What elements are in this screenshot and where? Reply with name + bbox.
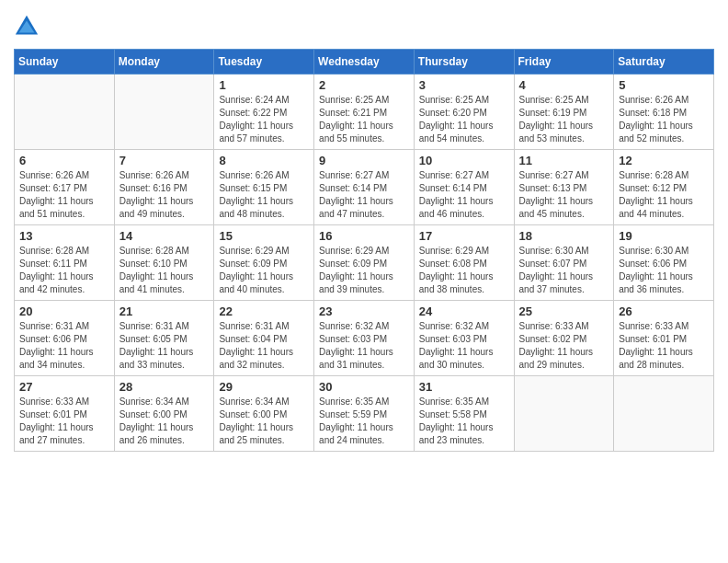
day-number: 1	[219, 78, 309, 92]
day-number: 3	[419, 78, 509, 92]
day-info: Sunrise: 6:32 AM Sunset: 6:03 PM Dayligh…	[419, 320, 509, 372]
day-cell: 27Sunrise: 6:33 AM Sunset: 6:01 PM Dayli…	[15, 376, 115, 452]
day-info: Sunrise: 6:29 AM Sunset: 6:09 PM Dayligh…	[219, 245, 309, 296]
week-row-2: 13Sunrise: 6:28 AM Sunset: 6:11 PM Dayli…	[15, 225, 714, 301]
day-number: 24	[419, 304, 509, 318]
day-info: Sunrise: 6:26 AM Sunset: 6:17 PM Dayligh…	[19, 169, 109, 221]
day-number: 19	[619, 229, 709, 243]
day-cell	[114, 75, 214, 150]
week-row-4: 27Sunrise: 6:33 AM Sunset: 6:01 PM Dayli…	[15, 376, 714, 452]
day-number: 5	[619, 78, 709, 92]
day-cell: 12Sunrise: 6:28 AM Sunset: 6:12 PM Dayli…	[614, 150, 714, 225]
day-cell: 30Sunrise: 6:35 AM Sunset: 5:59 PM Dayli…	[314, 376, 415, 452]
day-info: Sunrise: 6:26 AM Sunset: 6:16 PM Dayligh…	[119, 169, 210, 221]
day-cell: 2Sunrise: 6:25 AM Sunset: 6:21 PM Daylig…	[314, 75, 415, 150]
day-cell: 31Sunrise: 6:35 AM Sunset: 5:58 PM Dayli…	[414, 376, 514, 452]
day-cell: 16Sunrise: 6:29 AM Sunset: 6:09 PM Dayli…	[314, 225, 415, 301]
day-cell: 6Sunrise: 6:26 AM Sunset: 6:17 PM Daylig…	[15, 150, 115, 225]
day-cell: 1Sunrise: 6:24 AM Sunset: 6:22 PM Daylig…	[214, 75, 314, 150]
day-cell: 24Sunrise: 6:32 AM Sunset: 6:03 PM Dayli…	[414, 301, 514, 376]
day-info: Sunrise: 6:31 AM Sunset: 6:05 PM Dayligh…	[119, 320, 210, 372]
calendar-body: 1Sunrise: 6:24 AM Sunset: 6:22 PM Daylig…	[15, 75, 714, 452]
day-info: Sunrise: 6:28 AM Sunset: 6:11 PM Dayligh…	[19, 245, 109, 296]
day-cell: 14Sunrise: 6:28 AM Sunset: 6:10 PM Dayli…	[114, 225, 214, 301]
day-cell: 29Sunrise: 6:34 AM Sunset: 6:00 PM Dayli…	[214, 376, 314, 452]
day-cell	[15, 75, 115, 150]
day-number: 10	[419, 154, 509, 167]
day-info: Sunrise: 6:27 AM Sunset: 6:14 PM Dayligh…	[319, 169, 409, 221]
day-info: Sunrise: 6:26 AM Sunset: 6:18 PM Dayligh…	[619, 94, 709, 145]
day-info: Sunrise: 6:31 AM Sunset: 6:04 PM Dayligh…	[219, 320, 309, 372]
day-number: 13	[19, 229, 109, 243]
header-cell-thursday: Thursday	[414, 50, 514, 75]
day-cell	[614, 376, 714, 452]
day-info: Sunrise: 6:33 AM Sunset: 6:02 PM Dayligh…	[519, 320, 609, 372]
day-cell: 8Sunrise: 6:26 AM Sunset: 6:15 PM Daylig…	[214, 150, 314, 225]
header-cell-sunday: Sunday	[15, 50, 115, 75]
day-number: 15	[219, 229, 309, 243]
week-row-3: 20Sunrise: 6:31 AM Sunset: 6:06 PM Dayli…	[15, 301, 714, 376]
day-info: Sunrise: 6:28 AM Sunset: 6:12 PM Dayligh…	[619, 169, 709, 221]
day-info: Sunrise: 6:33 AM Sunset: 6:01 PM Dayligh…	[19, 396, 109, 447]
calendar-header: SundayMondayTuesdayWednesdayThursdayFrid…	[15, 50, 714, 75]
day-info: Sunrise: 6:31 AM Sunset: 6:06 PM Dayligh…	[19, 320, 109, 372]
day-cell: 3Sunrise: 6:25 AM Sunset: 6:20 PM Daylig…	[414, 75, 514, 150]
day-cell: 17Sunrise: 6:29 AM Sunset: 6:08 PM Dayli…	[414, 225, 514, 301]
day-number: 6	[19, 154, 109, 167]
day-info: Sunrise: 6:26 AM Sunset: 6:15 PM Dayligh…	[219, 169, 309, 221]
day-number: 29	[219, 380, 309, 394]
day-number: 9	[319, 154, 409, 167]
header-cell-friday: Friday	[514, 50, 614, 75]
day-number: 16	[319, 229, 409, 243]
day-cell: 26Sunrise: 6:33 AM Sunset: 6:01 PM Dayli…	[614, 301, 714, 376]
day-info: Sunrise: 6:35 AM Sunset: 5:58 PM Dayligh…	[419, 396, 509, 447]
day-cell: 21Sunrise: 6:31 AM Sunset: 6:05 PM Dayli…	[114, 301, 214, 376]
day-info: Sunrise: 6:33 AM Sunset: 6:01 PM Dayligh…	[619, 320, 709, 372]
day-cell: 10Sunrise: 6:27 AM Sunset: 6:14 PM Dayli…	[414, 150, 514, 225]
logo	[14, 14, 43, 40]
day-number: 8	[219, 154, 309, 167]
day-cell: 19Sunrise: 6:30 AM Sunset: 6:06 PM Dayli…	[614, 225, 714, 301]
day-cell: 23Sunrise: 6:32 AM Sunset: 6:03 PM Dayli…	[314, 301, 415, 376]
day-info: Sunrise: 6:30 AM Sunset: 6:07 PM Dayligh…	[519, 245, 609, 296]
day-number: 30	[319, 380, 409, 394]
week-row-0: 1Sunrise: 6:24 AM Sunset: 6:22 PM Daylig…	[15, 75, 714, 150]
day-info: Sunrise: 6:27 AM Sunset: 6:13 PM Dayligh…	[519, 169, 609, 221]
header-cell-monday: Monday	[114, 50, 214, 75]
day-info: Sunrise: 6:32 AM Sunset: 6:03 PM Dayligh…	[319, 320, 409, 372]
day-number: 26	[619, 304, 709, 318]
week-row-1: 6Sunrise: 6:26 AM Sunset: 6:17 PM Daylig…	[15, 150, 714, 225]
day-cell: 13Sunrise: 6:28 AM Sunset: 6:11 PM Dayli…	[15, 225, 115, 301]
day-number: 14	[119, 229, 210, 243]
day-info: Sunrise: 6:28 AM Sunset: 6:10 PM Dayligh…	[119, 245, 210, 296]
day-info: Sunrise: 6:34 AM Sunset: 6:00 PM Dayligh…	[219, 396, 309, 447]
calendar-table: SundayMondayTuesdayWednesdayThursdayFrid…	[14, 49, 714, 452]
day-cell: 7Sunrise: 6:26 AM Sunset: 6:16 PM Daylig…	[114, 150, 214, 225]
day-number: 21	[119, 304, 210, 318]
day-cell: 18Sunrise: 6:30 AM Sunset: 6:07 PM Dayli…	[514, 225, 614, 301]
header-row: SundayMondayTuesdayWednesdayThursdayFrid…	[15, 50, 714, 75]
day-number: 28	[119, 380, 210, 394]
day-number: 20	[19, 304, 109, 318]
day-cell: 25Sunrise: 6:33 AM Sunset: 6:02 PM Dayli…	[514, 301, 614, 376]
day-number: 22	[219, 304, 309, 318]
page-header	[14, 14, 714, 40]
day-info: Sunrise: 6:25 AM Sunset: 6:20 PM Dayligh…	[419, 94, 509, 145]
day-info: Sunrise: 6:24 AM Sunset: 6:22 PM Dayligh…	[219, 94, 309, 145]
day-number: 31	[419, 380, 509, 394]
header-cell-wednesday: Wednesday	[314, 50, 415, 75]
day-cell: 9Sunrise: 6:27 AM Sunset: 6:14 PM Daylig…	[314, 150, 415, 225]
day-info: Sunrise: 6:25 AM Sunset: 6:19 PM Dayligh…	[519, 94, 609, 145]
day-number: 25	[519, 304, 609, 318]
day-info: Sunrise: 6:29 AM Sunset: 6:09 PM Dayligh…	[319, 245, 409, 296]
header-cell-tuesday: Tuesday	[214, 50, 314, 75]
day-info: Sunrise: 6:27 AM Sunset: 6:14 PM Dayligh…	[419, 169, 509, 221]
day-number: 12	[619, 154, 709, 167]
day-cell	[514, 376, 614, 452]
day-cell: 28Sunrise: 6:34 AM Sunset: 6:00 PM Dayli…	[114, 376, 214, 452]
day-number: 18	[519, 229, 609, 243]
day-cell: 15Sunrise: 6:29 AM Sunset: 6:09 PM Dayli…	[214, 225, 314, 301]
day-cell: 11Sunrise: 6:27 AM Sunset: 6:13 PM Dayli…	[514, 150, 614, 225]
day-number: 11	[519, 154, 609, 167]
day-number: 23	[319, 304, 409, 318]
